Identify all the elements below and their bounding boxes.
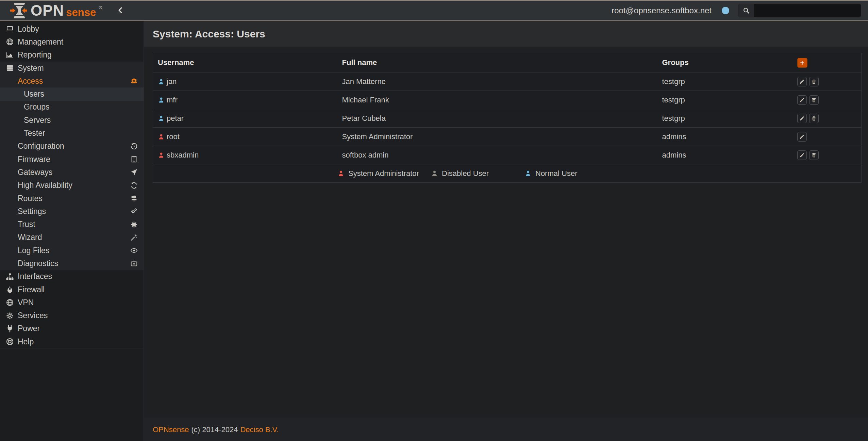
opnsense-logo-mark: [10, 2, 28, 19]
sidebar-item-label: Firmware: [18, 155, 50, 164]
laptop-icon: [5, 24, 14, 33]
col-header-groups: Groups: [657, 53, 795, 72]
gear-icon: [5, 311, 14, 320]
sidebar-item-label: Firewall: [18, 285, 45, 294]
sidebar-item-servers[interactable]: Servers: [0, 114, 144, 127]
sidebar-item-management[interactable]: Management: [0, 35, 144, 48]
sidebar-item-label: Gateways: [18, 168, 52, 177]
username-cell: root: [167, 132, 180, 141]
fullname-cell: softbox admin: [337, 146, 657, 164]
opnsense-logo[interactable]: OPNsense®: [10, 2, 102, 19]
eye-icon: [130, 246, 138, 255]
sidebar-item-interfaces[interactable]: Interfaces: [0, 270, 144, 283]
sidebar-item-firewall[interactable]: Firewall: [0, 283, 144, 296]
sidebar-item-label: Tester: [24, 129, 45, 138]
refresh-icon: [130, 181, 138, 190]
user-icon: [158, 97, 165, 103]
sidebar-item-label: Wizard: [18, 233, 42, 242]
sidebar-item-log-files[interactable]: Log Files: [0, 244, 144, 257]
sidebar-item-reporting[interactable]: Reporting: [0, 49, 144, 62]
pencil-icon: [799, 79, 805, 84]
edit-user-button[interactable]: [797, 150, 807, 160]
fullname-cell: Jan Matterne: [337, 72, 657, 91]
sidebar-item-wizard[interactable]: Wizard: [0, 231, 144, 244]
trash-icon: [811, 97, 817, 103]
fullname-cell: Petar Cubela: [337, 109, 657, 128]
delete-user-button[interactable]: [809, 77, 819, 86]
sidebar-item-tester[interactable]: Tester: [0, 127, 144, 140]
sidebar-item-system[interactable]: System: [0, 62, 144, 75]
delete-user-button[interactable]: [809, 95, 819, 105]
table-row: petar Petar Cubela testgrp: [153, 109, 862, 128]
sidebar-collapse-button[interactable]: [116, 6, 125, 15]
edit-user-button[interactable]: [797, 114, 807, 123]
trash-icon: [811, 116, 817, 121]
fire-icon: [5, 285, 14, 294]
sidebar-item-services[interactable]: Services: [0, 309, 144, 322]
sidebar-item-configuration[interactable]: Configuration: [0, 140, 144, 153]
sidebar-item-help[interactable]: Help: [0, 335, 144, 348]
plane-icon: [130, 168, 138, 177]
delete-user-button[interactable]: [809, 150, 819, 160]
sidebar-item-lobby[interactable]: Lobby: [0, 22, 144, 35]
fullname-cell: Michael Frank: [337, 91, 657, 109]
logo-text-sense: sense: [66, 7, 96, 18]
pencil-icon: [799, 134, 805, 140]
user-icon: [158, 115, 165, 122]
legend-item: Disabled User: [431, 169, 524, 178]
sidebar-item-gateways[interactable]: Gateways: [0, 166, 144, 179]
search-box: [738, 4, 861, 17]
building-icon: [130, 155, 138, 164]
sidebar-item-trust[interactable]: Trust: [0, 218, 144, 231]
edit-user-button[interactable]: [797, 132, 807, 142]
table-row: sbxadmin softbox admin admins: [153, 146, 862, 164]
sidebar-item-label: Diagnostics: [18, 259, 58, 268]
sidebar-item-high-availability[interactable]: High Availability: [0, 179, 144, 192]
table-row: mfr Michael Frank testgrp: [153, 91, 862, 109]
content: System: Access: Users Username Full name…: [144, 21, 868, 441]
user-icon: [431, 170, 438, 177]
username-cell: jan: [167, 77, 177, 86]
groups-cell: admins: [657, 128, 795, 146]
gears-icon: [130, 207, 138, 216]
sidebar-item-settings[interactable]: Settings: [0, 205, 144, 218]
sidebar-item-label: Reporting: [18, 50, 52, 60]
sidebar-item-label: Power: [18, 324, 40, 333]
sidebar-item-label: High Availability: [18, 181, 72, 190]
plug-icon: [5, 324, 14, 333]
sidebar-item-label: Interfaces: [18, 272, 52, 281]
sidebar-item-label: Configuration: [18, 142, 64, 151]
sidebar-item-diagnostics[interactable]: Diagnostics: [0, 257, 144, 270]
sidebar-item-routes[interactable]: Routes: [0, 192, 144, 205]
page-header: System: Access: Users: [144, 21, 868, 47]
sidebar-item-firmware[interactable]: Firmware: [0, 153, 144, 166]
footer-opnsense-link[interactable]: OPNsense: [153, 425, 189, 434]
search-input[interactable]: [754, 4, 861, 17]
add-user-button[interactable]: [797, 58, 807, 68]
badge-icon: [130, 220, 138, 229]
sidebar-item-users[interactable]: Users: [0, 87, 144, 100]
medkit-icon: [130, 259, 138, 268]
page-title: System: Access: Users: [153, 28, 265, 40]
sidebar-item-groups[interactable]: Groups: [0, 101, 144, 114]
footer-deciso-link[interactable]: Deciso B.V.: [240, 425, 279, 434]
table-header-row: Username Full name Groups: [153, 53, 862, 72]
col-header-username: Username: [153, 53, 337, 72]
sidebar-item-power[interactable]: Power: [0, 322, 144, 335]
wand-icon: [130, 233, 138, 242]
sidebar-item-label: Servers: [24, 116, 51, 125]
chevron-left-icon: [116, 6, 124, 14]
edit-user-button[interactable]: [797, 95, 807, 105]
pencil-icon: [799, 116, 805, 121]
groups-cell: admins: [657, 146, 795, 164]
delete-user-button[interactable]: [809, 114, 819, 123]
sidebar-item-label: Help: [18, 337, 34, 346]
edit-user-button[interactable]: [797, 77, 807, 86]
globe-icon: [5, 298, 14, 307]
legend-item: Normal User: [524, 169, 618, 178]
users-table: Username Full name Groups jan Jan Matter…: [153, 53, 862, 183]
sidebar-item-label: Lobby: [18, 24, 39, 34]
sidebar-item-access[interactable]: Access: [0, 75, 144, 87]
sidebar-item-label: Management: [18, 37, 63, 47]
sidebar-item-vpn[interactable]: VPN: [0, 296, 144, 309]
